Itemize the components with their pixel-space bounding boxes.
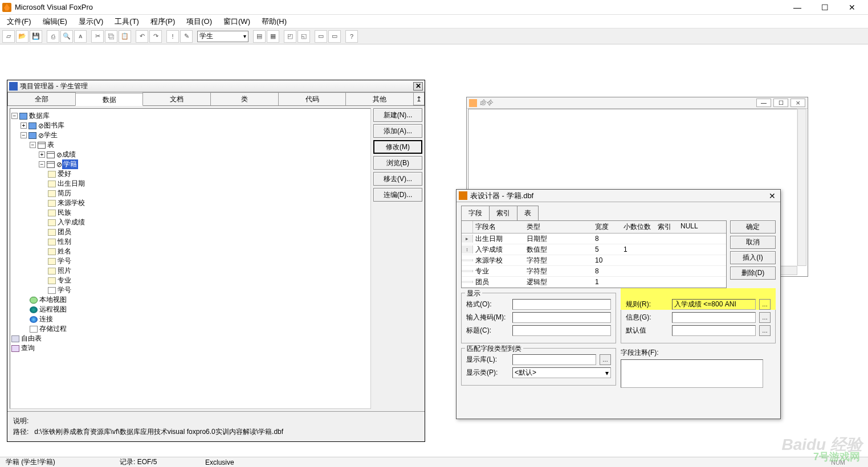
spell-icon[interactable]: ᴀ bbox=[74, 30, 87, 43]
row-handle[interactable]: ↕ bbox=[462, 245, 473, 253]
row-handle[interactable]: ▸ bbox=[462, 235, 473, 243]
class-combo[interactable]: <默认>▾ bbox=[512, 367, 611, 378]
col-birth[interactable]: 出生日期 bbox=[58, 179, 85, 189]
tab-fields[interactable]: 字段 bbox=[461, 206, 490, 220]
grid-row[interactable]: ↕入学成绩数值型51 bbox=[462, 244, 726, 255]
help-icon[interactable]: ? bbox=[345, 30, 358, 43]
tree-xueji-selected[interactable]: 学籍 bbox=[62, 159, 78, 169]
browse-button[interactable]: 浏览(B) bbox=[373, 156, 422, 170]
save-icon[interactable]: 💾 bbox=[30, 30, 42, 43]
pm-titlebar[interactable]: 项目管理器 - 学生管理 ✕ bbox=[7, 80, 425, 92]
menu-project[interactable]: 项目(O) bbox=[181, 15, 218, 28]
col-sid2[interactable]: 学号 bbox=[58, 285, 71, 295]
default-browse-button[interactable]: … bbox=[759, 325, 771, 336]
ok-button[interactable]: 确定 bbox=[730, 220, 776, 233]
tree-score[interactable]: 成绩 bbox=[62, 150, 76, 159]
cmd-window-icon[interactable]: ▤ bbox=[253, 30, 266, 43]
cancel-button[interactable]: 取消 bbox=[730, 236, 776, 249]
grid-row[interactable]: 来源学校字符型10 bbox=[462, 255, 726, 266]
comment-textarea[interactable] bbox=[621, 359, 763, 388]
autoreport-icon[interactable]: ▭ bbox=[328, 30, 341, 43]
modify-button[interactable]: 修改(M) bbox=[373, 140, 422, 154]
row-handle[interactable] bbox=[462, 270, 473, 272]
row-handle[interactable] bbox=[462, 281, 473, 283]
pm-collapse-button[interactable]: ↥ bbox=[413, 92, 425, 105]
menu-edit[interactable]: 编辑(E) bbox=[37, 15, 73, 28]
autoform-icon[interactable]: ◱ bbox=[298, 30, 310, 43]
report-icon[interactable]: ▭ bbox=[315, 30, 327, 43]
new-button[interactable]: 新建(N)... bbox=[373, 108, 422, 122]
tab-docs[interactable]: 文档 bbox=[142, 92, 211, 105]
delete-button[interactable]: 删除(D) bbox=[730, 267, 776, 280]
row-handle[interactable] bbox=[462, 259, 473, 261]
msg-input[interactable] bbox=[672, 312, 756, 323]
col-name[interactable]: 姓名 bbox=[58, 247, 71, 256]
tab-code[interactable]: 代码 bbox=[278, 92, 347, 105]
tree-student[interactable]: 学生 bbox=[44, 130, 58, 140]
format-input[interactable] bbox=[512, 299, 611, 310]
toggle-icon[interactable]: − bbox=[30, 142, 36, 148]
toggle-icon[interactable]: + bbox=[21, 122, 27, 129]
paste-icon[interactable]: 📋 bbox=[119, 30, 131, 43]
copy-icon[interactable]: ⿻ bbox=[105, 30, 117, 43]
cmd-minimize-button[interactable]: — bbox=[756, 99, 771, 107]
tree-freetables[interactable]: 自由表 bbox=[21, 334, 42, 343]
cmd-vscrollbar[interactable] bbox=[797, 109, 806, 266]
default-input[interactable] bbox=[672, 325, 756, 336]
redo-icon[interactable]: ↷ bbox=[149, 30, 162, 43]
col-major[interactable]: 专业 bbox=[58, 276, 71, 285]
grid-row[interactable]: ▸出生日期日期型8 bbox=[462, 233, 726, 244]
tree-localview[interactable]: 本地视图 bbox=[39, 295, 67, 305]
td-close-button[interactable]: ✕ bbox=[767, 191, 778, 200]
menu-view[interactable]: 显示(V) bbox=[73, 15, 109, 28]
toggle-icon[interactable]: + bbox=[39, 151, 45, 158]
col-sid[interactable]: 学号 bbox=[58, 256, 71, 266]
menu-program[interactable]: 程序(P) bbox=[145, 15, 181, 28]
print-icon[interactable]: ⎙ bbox=[47, 30, 59, 43]
pm-close-button[interactable]: ✕ bbox=[413, 82, 423, 91]
grid-row[interactable]: 团员逻辑型1 bbox=[462, 277, 726, 288]
tab-data[interactable]: 数据 bbox=[75, 93, 144, 106]
menu-help[interactable]: 帮助(H) bbox=[256, 15, 292, 28]
fields-grid[interactable]: 字段名 类型 宽度 小数位数 索引 NULL ▸出生日期日期型8 ↕入学成绩数值… bbox=[461, 220, 727, 288]
cmd-titlebar[interactable]: 命令 — ☐ ⤬ bbox=[467, 97, 808, 109]
tree-proc[interactable]: 存储过程 bbox=[39, 324, 67, 334]
tree-tables[interactable]: 表 bbox=[47, 140, 54, 150]
preview-icon[interactable]: 🔍 bbox=[60, 30, 73, 43]
build-button[interactable]: 连编(D)... bbox=[373, 188, 422, 202]
open-icon[interactable]: 📂 bbox=[16, 30, 28, 43]
col-hobby[interactable]: 爱好 bbox=[58, 169, 71, 179]
tab-all[interactable]: 全部 bbox=[7, 92, 76, 105]
cut-icon[interactable]: ✂ bbox=[91, 30, 104, 43]
col-photo[interactable]: 照片 bbox=[58, 266, 71, 276]
rule-input[interactable]: 入学成绩 <=800 ANI bbox=[672, 299, 756, 310]
col-entry[interactable]: 入学成绩 bbox=[58, 218, 85, 227]
grid-row[interactable]: 专业字符型8 bbox=[462, 266, 726, 277]
tree-remoteview[interactable]: 远程视图 bbox=[39, 305, 67, 314]
menu-tools[interactable]: 工具(T) bbox=[109, 15, 145, 28]
toggle-icon[interactable]: − bbox=[39, 161, 45, 167]
tree-queries[interactable]: 查询 bbox=[21, 343, 35, 353]
minimize-button[interactable]: — bbox=[786, 2, 809, 13]
remove-button[interactable]: 移去(V)... bbox=[373, 172, 422, 186]
tree-conn[interactable]: 连接 bbox=[39, 314, 53, 324]
col-sex[interactable]: 性别 bbox=[58, 237, 71, 247]
tree-lib[interactable]: 图书库 bbox=[44, 121, 64, 130]
maximize-button[interactable]: ☐ bbox=[813, 2, 836, 13]
col-resume[interactable]: 简历 bbox=[58, 189, 71, 198]
pm-tree[interactable]: −数据库 +⊘ 图书库 −⊘ 学生 −表 +⊘ 成绩 −⊘ 学籍 爱好 出生日期… bbox=[10, 108, 371, 409]
tree-databases[interactable]: 数据库 bbox=[29, 111, 50, 121]
col-nation[interactable]: 民族 bbox=[58, 208, 71, 218]
tab-index[interactable]: 索引 bbox=[489, 206, 517, 220]
close-button[interactable]: ✕ bbox=[841, 2, 863, 13]
toggle-icon[interactable]: − bbox=[11, 113, 18, 119]
toggle-icon[interactable]: − bbox=[21, 132, 27, 138]
caption-input[interactable] bbox=[512, 325, 611, 336]
tab-other[interactable]: 其他 bbox=[345, 92, 414, 105]
msg-browse-button[interactable]: … bbox=[759, 312, 771, 323]
col-member[interactable]: 团员 bbox=[58, 227, 71, 237]
lib-input[interactable] bbox=[512, 354, 596, 365]
run-icon[interactable]: ! bbox=[166, 30, 179, 43]
add-button[interactable]: 添加(A)... bbox=[373, 124, 422, 138]
tab-table[interactable]: 表 bbox=[517, 206, 539, 220]
